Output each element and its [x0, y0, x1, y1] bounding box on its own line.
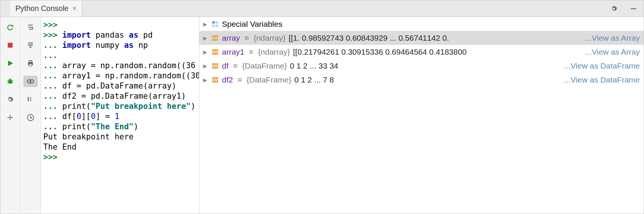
variable-icon [211, 76, 219, 84]
run-icon[interactable] [3, 58, 17, 69]
svg-rect-5 [29, 64, 32, 66]
svg-rect-21 [212, 67, 218, 69]
variables-panel: ▸ Special Variables ▸array={ndarray} [[1… [199, 17, 644, 214]
variable-type: {ndarray} [258, 47, 290, 57]
svg-rect-15 [212, 39, 218, 41]
svg-rect-10 [216, 21, 218, 24]
variable-row[interactable]: ▸array={ndarray} [[1. 0.98592743 0.60843… [199, 31, 644, 45]
variable-type: {DataFrame} [242, 61, 287, 70]
svg-rect-12 [216, 24, 218, 27]
variable-name: df2 [222, 75, 233, 84]
variable-value: [[1. 0.98592743 0.60843929 ... 0.5674114… [289, 34, 449, 43]
gear-icon[interactable] [607, 3, 621, 14]
console-history-icon[interactable] [23, 94, 38, 105]
python-console-panel: Python Console × [0, 0, 644, 214]
svg-rect-23 [212, 79, 218, 81]
svg-rect-1 [8, 43, 12, 48]
variable-row[interactable]: ▸df={DataFrame} 0 1 2 ... 33 34 ...View … [199, 59, 644, 73]
variable-name: df [222, 61, 229, 70]
tools-toolbar [20, 17, 41, 214]
variable-type: {ndarray} [254, 34, 286, 43]
variable-icon [211, 34, 219, 42]
svg-rect-13 [212, 35, 218, 37]
show-vars-icon[interactable] [23, 76, 38, 87]
view-as-link[interactable]: ...View as DataFrame [564, 61, 644, 70]
variable-value: 0 1 2 ... 7 8 [295, 75, 334, 84]
chevron-right-icon: ▸ [202, 61, 208, 70]
svg-rect-17 [212, 51, 218, 53]
view-as-link[interactable]: ...View as Array [585, 47, 644, 57]
variable-row[interactable]: ▸df2={DataFrame} 0 1 2 ... 7 8 ...View a… [199, 73, 644, 87]
add-icon[interactable] [3, 112, 17, 123]
svg-rect-24 [212, 81, 218, 83]
variable-name: array1 [222, 47, 245, 57]
svg-point-2 [8, 79, 12, 84]
chevron-right-icon: ▸ [202, 75, 208, 84]
tab-title: Python Console [15, 4, 68, 13]
svg-rect-19 [212, 63, 218, 65]
soft-wrap-icon[interactable] [23, 21, 38, 33]
svg-rect-11 [212, 24, 215, 27]
svg-rect-9 [212, 21, 215, 24]
variable-row[interactable]: ▸array1={ndarray} [[0.21794261 0.3091533… [199, 45, 644, 59]
panel-body: >>>>>> import pandas as pd... import num… [0, 17, 644, 214]
console-output[interactable]: >>>>>> import pandas as pd... import num… [41, 17, 199, 214]
settings-icon[interactable] [3, 94, 17, 105]
browse-history-icon[interactable] [23, 112, 38, 123]
variable-icon [211, 48, 219, 56]
scroll-end-icon[interactable] [23, 40, 38, 51]
stop-icon[interactable] [3, 40, 17, 51]
view-as-link[interactable]: ...View as DataFrame [564, 75, 644, 84]
tab-bar: Python Console × [0, 0, 644, 17]
variable-value: [[0.21794261 0.30915336 0.69464564 0.418… [293, 47, 466, 57]
special-vars-label: Special Variables [222, 20, 283, 29]
chevron-right-icon: ▸ [202, 34, 208, 43]
close-icon[interactable]: × [72, 4, 77, 13]
svg-rect-22 [212, 77, 218, 79]
chevron-right-icon: ▸ [202, 47, 208, 57]
chevron-right-icon: ▸ [202, 20, 208, 29]
run-toolbar [0, 17, 20, 214]
debug-icon[interactable] [3, 76, 17, 87]
variable-icon [211, 62, 219, 70]
variable-name: array [222, 34, 240, 43]
special-variables-row[interactable]: ▸ Special Variables [199, 17, 644, 31]
svg-rect-18 [212, 53, 218, 55]
svg-rect-4 [29, 61, 32, 63]
svg-rect-0 [631, 8, 636, 9]
minimize-icon[interactable] [626, 3, 641, 14]
view-as-link[interactable]: ...View as Array [585, 34, 644, 43]
header-actions [607, 0, 641, 17]
tab-python-console[interactable]: Python Console × [10, 0, 82, 17]
rerun-icon[interactable] [3, 21, 17, 33]
group-icon [211, 20, 219, 28]
svg-rect-16 [212, 49, 218, 51]
variable-value: 0 1 2 ... 33 34 [290, 61, 338, 70]
svg-rect-14 [212, 37, 218, 39]
print-icon[interactable] [23, 58, 38, 69]
svg-rect-20 [212, 65, 218, 67]
variable-type: {DataFrame} [246, 75, 291, 84]
